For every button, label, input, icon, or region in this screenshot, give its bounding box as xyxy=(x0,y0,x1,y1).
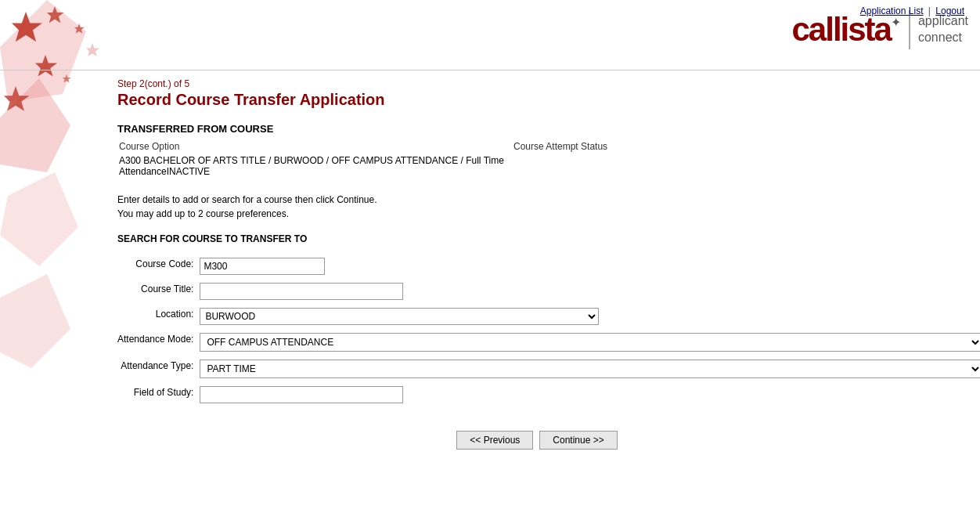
field-of-study-input[interactable] xyxy=(200,386,403,403)
continue-button[interactable]: Continue >> xyxy=(539,431,617,450)
attendance-type-select[interactable]: PART TIME FULL TIME xyxy=(200,359,980,378)
location-label: Location: xyxy=(117,304,200,329)
course-code-row: Course Code: xyxy=(117,254,980,279)
instruction-block: Enter details to add or search for a cou… xyxy=(117,194,957,219)
field-of-study-label: Field of Study: xyxy=(117,382,200,407)
field-of-study-row: Field of Study: xyxy=(117,382,980,407)
attendance-type-row: Attendance Type: PART TIME FULL TIME xyxy=(117,356,980,382)
step-label: Step 2(cont.) of 5 xyxy=(117,78,957,89)
instruction-line1: Enter details to add or search for a cou… xyxy=(117,194,957,205)
attendance-mode-select[interactable]: OFF CAMPUS ATTENDANCE ON CAMPUS ATTENDAN… xyxy=(200,333,980,352)
previous-button[interactable]: << Previous xyxy=(456,431,533,450)
logout-link[interactable]: Logout xyxy=(935,5,964,16)
course-code-input[interactable] xyxy=(200,258,325,275)
header-nav: Application List | Logout xyxy=(860,5,968,16)
course-title-row: Course Title: xyxy=(117,279,980,304)
course-title-label: Course Title: xyxy=(117,279,200,304)
buttons-row: << Previous Continue >> xyxy=(117,431,957,450)
main-content: Step 2(cont.) of 5 Record Course Transfe… xyxy=(0,70,980,465)
course-attempt-status-label: Course Attempt Status xyxy=(513,141,955,154)
location-row: Location: BURWOOD CITY ONLINE OTHER xyxy=(117,304,980,329)
gear-icon: ✦ xyxy=(891,15,901,30)
attendance-mode-label: Attendance Mode: xyxy=(117,329,200,356)
nav-separator: | xyxy=(928,5,931,16)
search-section-header: SEARCH FOR COURSE TO TRANSFER TO xyxy=(117,233,957,244)
logo-subtitle: applicant connect xyxy=(918,13,968,46)
attendance-type-label: Attendance Type: xyxy=(117,356,200,382)
page-title: Record Course Transfer Application xyxy=(117,91,957,109)
location-select[interactable]: BURWOOD CITY ONLINE OTHER xyxy=(200,308,599,325)
transferred-from-header: TRANSFERRED FROM COURSE xyxy=(117,123,957,135)
course-info-table: Course Option Course Attempt Status A300… xyxy=(117,139,957,180)
course-title-input[interactable] xyxy=(200,283,403,300)
course-code-label: Course Code: xyxy=(117,254,200,279)
instruction-line2: You may add up to 2 course preferences. xyxy=(117,208,957,219)
logo-name: callista xyxy=(792,11,891,49)
header: Application List | Logout callista ✦ app… xyxy=(0,0,980,70)
search-form: Course Code: Course Title: Location: BUR… xyxy=(117,254,980,407)
course-option-label: Course Option xyxy=(119,141,276,154)
transferred-from-section: TRANSFERRED FROM COURSE Course Option Co… xyxy=(117,123,957,180)
course-value: A300 BACHELOR OF ARTS TITLE / BURWOOD / … xyxy=(119,155,512,179)
attendance-mode-row: Attendance Mode: OFF CAMPUS ATTENDANCE O… xyxy=(117,329,980,356)
